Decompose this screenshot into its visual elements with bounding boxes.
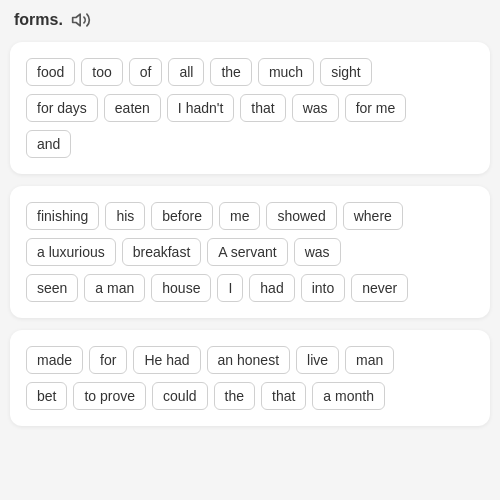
word-chip[interactable]: had [249,274,294,302]
word-chip[interactable]: finishing [26,202,99,230]
word-chip[interactable]: his [105,202,145,230]
word-chip[interactable]: He had [133,346,200,374]
word-chip[interactable]: sight [320,58,372,86]
word-row-2-3: seena manhouseIhadintonever [26,274,474,302]
word-chip[interactable]: for days [26,94,98,122]
word-chip[interactable]: A servant [207,238,287,266]
word-chip[interactable]: to prove [73,382,146,410]
word-row-1-1: foodtooofallthemuchsight [26,58,474,86]
word-chip[interactable]: the [210,58,251,86]
speaker-icon[interactable] [71,10,91,30]
word-chip[interactable]: showed [266,202,336,230]
word-chip[interactable]: that [261,382,306,410]
word-chip[interactable]: a month [312,382,385,410]
word-chip[interactable]: man [345,346,394,374]
word-group-3: madeforHe hadan honestlivemanbetto prove… [10,330,490,426]
word-row-2-2: a luxuriousbreakfastA servantwas [26,238,474,266]
word-row-1-2: for dayseatenI hadn'tthatwasfor me [26,94,474,122]
word-group-2: finishinghisbeforemeshowedwherea luxurio… [10,186,490,318]
word-chip[interactable]: me [219,202,260,230]
word-chip[interactable]: I [217,274,243,302]
word-chip[interactable]: bet [26,382,67,410]
word-chip[interactable]: could [152,382,207,410]
word-chip[interactable]: was [294,238,341,266]
word-chip[interactable]: for [89,346,127,374]
page-header: forms. [10,10,490,30]
word-chip[interactable]: a luxurious [26,238,116,266]
word-row-1-3: and [26,130,474,158]
word-chip[interactable]: made [26,346,83,374]
word-row-2-1: finishinghisbeforemeshowedwhere [26,202,474,230]
word-chip[interactable]: I hadn't [167,94,235,122]
word-chip[interactable]: and [26,130,71,158]
word-chip[interactable]: house [151,274,211,302]
word-row-3-1: madeforHe hadan honestliveman [26,346,474,374]
page-title: forms. [14,11,63,29]
word-chip[interactable]: a man [84,274,145,302]
word-chip[interactable]: never [351,274,408,302]
word-chip[interactable]: was [292,94,339,122]
word-group-1: foodtooofallthemuchsightfor dayseatenI h… [10,42,490,174]
word-chip[interactable]: much [258,58,314,86]
word-chip[interactable]: for me [345,94,407,122]
word-chip[interactable]: seen [26,274,78,302]
word-chip[interactable]: the [214,382,255,410]
word-chip[interactable]: of [129,58,163,86]
word-chip[interactable]: an honest [207,346,291,374]
word-row-3-2: betto provecouldthethata month [26,382,474,410]
word-chip[interactable]: live [296,346,339,374]
word-chip[interactable]: breakfast [122,238,202,266]
word-chip[interactable]: into [301,274,346,302]
svg-marker-0 [73,14,81,26]
word-chip[interactable]: eaten [104,94,161,122]
word-chip[interactable]: too [81,58,122,86]
word-chip[interactable]: food [26,58,75,86]
word-chip[interactable]: all [168,58,204,86]
word-chip[interactable]: where [343,202,403,230]
word-chip[interactable]: that [240,94,285,122]
word-chip[interactable]: before [151,202,213,230]
cards-container: foodtooofallthemuchsightfor dayseatenI h… [10,42,490,426]
